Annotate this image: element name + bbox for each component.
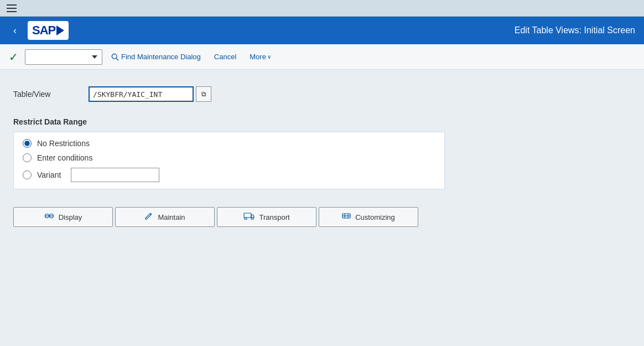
sap-logo-triangle (56, 25, 64, 35)
restrict-section-title: Restrict Data Range (13, 117, 631, 126)
transport-label: Transport (259, 213, 289, 221)
toolbar-select[interactable] (25, 49, 102, 65)
sap-logo-text: SAP (32, 23, 55, 38)
maintain-icon (144, 211, 153, 223)
more-button[interactable]: More ∨ (245, 50, 276, 63)
more-label: More (250, 53, 266, 61)
header-title: Edit Table Views: Initial Screen (515, 25, 635, 35)
display-button[interactable]: Display (13, 207, 113, 227)
copy-icon: ⧉ (201, 90, 206, 98)
transport-icon (243, 212, 255, 222)
svg-rect-5 (244, 213, 251, 218)
variant-radio[interactable] (23, 171, 32, 179)
radio-row-no-restrictions: No Restrictions (23, 139, 435, 148)
svg-line-1 (116, 58, 118, 60)
svg-point-7 (251, 218, 253, 220)
table-view-input-wrapper: ⧉ (89, 86, 211, 102)
enter-conditions-radio[interactable] (23, 153, 32, 162)
display-icon (44, 212, 54, 222)
customizing-icon (342, 211, 351, 223)
transport-button[interactable]: Transport (217, 207, 316, 227)
cancel-button[interactable]: Cancel (210, 50, 241, 63)
customizing-button[interactable]: Customizing (319, 207, 418, 227)
menu-bar (0, 0, 644, 17)
table-view-label: Table/View (13, 90, 80, 99)
find-maintenance-dialog-label: Find Maintenance Dialog (121, 53, 201, 61)
toolbar: ✓ Find Maintenance Dialog Cancel More ∨ (0, 44, 644, 70)
find-maintenance-dialog-button[interactable]: Find Maintenance Dialog (107, 50, 205, 63)
svg-point-6 (245, 218, 247, 220)
header: ‹ SAP Edit Table Views: Initial Screen (0, 17, 644, 44)
variant-input[interactable] (71, 168, 159, 182)
table-view-row: Table/View ⧉ (13, 86, 631, 102)
maintain-button[interactable]: Maintain (115, 207, 215, 227)
hamburger-menu[interactable] (7, 4, 17, 12)
no-restrictions-radio[interactable] (23, 139, 32, 148)
display-label: Display (59, 213, 82, 221)
select-wrapper (25, 49, 102, 65)
main-content: Table/View ⧉ Restrict Data Range No Rest… (0, 70, 644, 238)
bottom-buttons: Display Maintain Transport (13, 207, 631, 227)
maintain-label: Maintain (158, 213, 185, 221)
variant-label: Variant (37, 171, 61, 179)
table-view-input[interactable] (89, 86, 194, 102)
radio-row-variant: Variant (23, 168, 435, 182)
radio-row-enter-conditions: Enter conditions (23, 153, 435, 162)
header-left: ‹ SAP (9, 21, 69, 40)
restrict-box: No Restrictions Enter conditions Variant (13, 132, 445, 189)
back-button[interactable]: ‹ (9, 23, 21, 39)
no-restrictions-label: No Restrictions (37, 139, 90, 148)
enter-conditions-label: Enter conditions (37, 153, 92, 162)
search-icon (111, 53, 119, 61)
more-chevron-icon: ∨ (267, 54, 271, 60)
customizing-label: Customizing (355, 213, 395, 221)
check-button[interactable]: ✓ (7, 48, 20, 66)
copy-button[interactable]: ⧉ (196, 86, 211, 102)
sap-logo: SAP (28, 21, 69, 40)
